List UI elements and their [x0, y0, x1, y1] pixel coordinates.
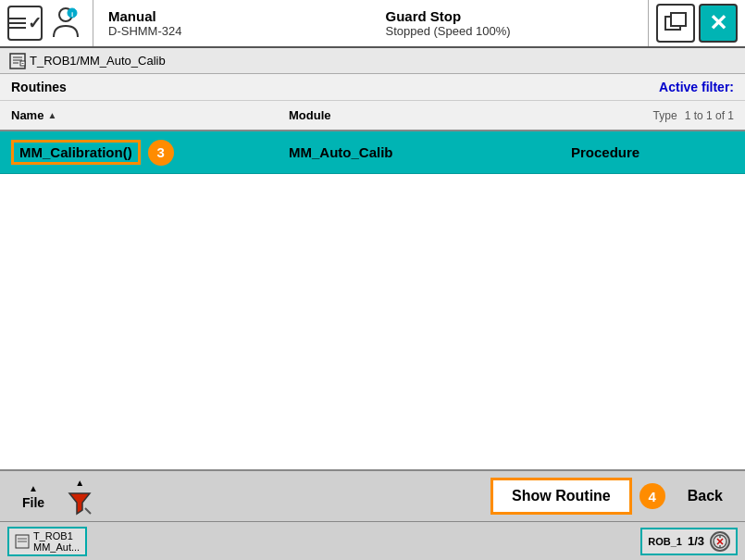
top-bar: ✓ i Manual D-SHMM-324 Guard Stop Stopped…: [0, 0, 745, 48]
robot-status-icon: [712, 533, 728, 550]
breadcrumb-path: T_ROB1/MM_Auto_Calib: [30, 54, 166, 68]
status-right-panel[interactable]: ROB_1 1/3: [640, 528, 738, 555]
status-module-icon: [15, 534, 30, 549]
top-bar-mode-section: Manual D-SHMM-324: [93, 0, 371, 46]
restore-button[interactable]: [656, 4, 695, 43]
check-icon: ✓: [28, 13, 42, 33]
menu-icon: [9, 18, 26, 29]
filter-icon: [67, 490, 93, 516]
menu-button[interactable]: ✓: [7, 6, 43, 41]
bottom-toolbar: ▲ File ▲ Show Routine 4 Back: [0, 469, 745, 521]
table-row[interactable]: MM_Calibration() 3 MM_Auto_Calib Procedu…: [0, 131, 745, 174]
sort-arrow-name: ▲: [47, 110, 56, 120]
close-button[interactable]: ✕: [699, 4, 738, 43]
show-routine-label: Show Routine: [512, 488, 611, 504]
status-module-label: MM_Aut...: [33, 541, 80, 553]
cell-module: MM_Auto_Calib: [278, 141, 560, 164]
col-name-label: Name: [11, 108, 43, 122]
status-left-text: T_ROB1 MM_Aut...: [33, 530, 80, 553]
cell-name: MM_Calibration() 3: [0, 136, 278, 169]
back-label: Back: [688, 488, 723, 504]
back-button[interactable]: Back: [673, 480, 738, 512]
module-icon: [9, 53, 26, 69]
file-label: File: [22, 495, 44, 510]
active-filter-label: Active filter:: [659, 80, 734, 94]
status-circle-icon: [710, 531, 730, 552]
routines-header: Routines Active filter:: [0, 74, 745, 101]
breadcrumb: T_ROB1/MM_Auto_Calib: [0, 48, 745, 74]
col-header-type[interactable]: Type 1 to 1 of 1: [560, 105, 745, 126]
close-icon: ✕: [709, 10, 727, 36]
routines-title: Routines: [11, 80, 67, 94]
stopped-label: Stopped (Speed 100%): [386, 24, 634, 38]
top-bar-status-section: Guard Stop Stopped (Speed 100%): [371, 0, 649, 46]
table-header: Name ▲ Module Type 1 to 1 of 1: [0, 101, 745, 131]
info-button[interactable]: i: [46, 4, 85, 43]
main-content: Routines Active filter: Name ▲ Module Ty…: [0, 74, 745, 469]
mode-label: Manual: [108, 8, 356, 24]
routine-name: MM_Calibration(): [11, 140, 141, 165]
top-bar-left: ✓ i: [0, 0, 93, 46]
device-label: D-SHMM-324: [108, 24, 356, 38]
guard-stop-label: Guard Stop: [386, 8, 634, 24]
status-left-panel[interactable]: T_ROB1 MM_Aut...: [7, 527, 87, 556]
col-module-label: Module: [289, 108, 331, 122]
filter-button[interactable]: ▲: [67, 478, 93, 516]
top-bar-right: ✕: [648, 0, 745, 46]
svg-text:i: i: [71, 10, 73, 19]
rob-label: ROB_1: [648, 536, 682, 547]
svg-line-12: [85, 508, 91, 514]
file-button[interactable]: ▲ File: [7, 479, 59, 514]
status-bar: T_ROB1 MM_Aut... ROB_1 1/3: [0, 521, 745, 560]
operator-info-icon: i: [48, 6, 83, 41]
row-count-label: 1 to 1 of 1: [685, 109, 734, 122]
fraction-label: 1/3: [688, 534, 704, 548]
status-rob-label: T_ROB1: [33, 530, 80, 541]
show-routine-button[interactable]: Show Routine: [490, 478, 632, 515]
restore-icon: [663, 10, 689, 36]
row-badge: 3: [148, 140, 174, 166]
col-header-name[interactable]: Name ▲: [0, 105, 278, 126]
svg-rect-4: [671, 13, 686, 26]
cell-type: Procedure: [560, 141, 745, 164]
show-routine-badge: 4: [639, 483, 665, 509]
col-header-module[interactable]: Module: [278, 105, 560, 126]
col-type-label: Type: [653, 109, 677, 122]
table-body: MM_Calibration() 3 MM_Auto_Calib Procedu…: [0, 131, 745, 469]
